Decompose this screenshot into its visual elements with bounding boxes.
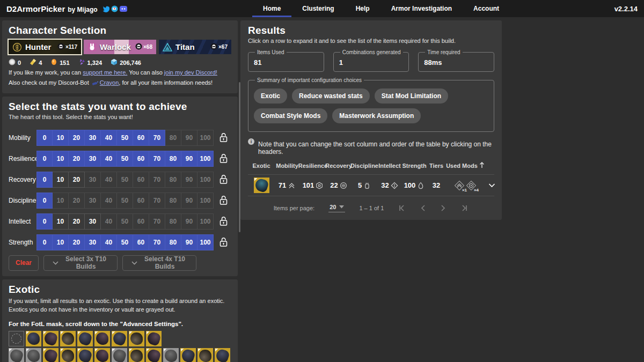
stat-value-button-70[interactable]: 70 bbox=[149, 213, 165, 230]
stat-value-button-50[interactable]: 50 bbox=[117, 172, 133, 188]
stat-value-button-30[interactable]: 30 bbox=[85, 151, 101, 167]
lock-open-icon[interactable] bbox=[219, 132, 228, 143]
last-page-button[interactable] bbox=[461, 205, 469, 211]
character-warlock-button[interactable]: Warlock×68 bbox=[84, 40, 156, 54]
tab-account[interactable]: Account bbox=[463, 0, 510, 17]
stat-value-button-50[interactable]: 50 bbox=[117, 193, 133, 209]
stat-value-button-0[interactable]: 0 bbox=[36, 213, 53, 230]
previous-page-button[interactable] bbox=[420, 205, 426, 211]
stat-value-button-20[interactable]: 20 bbox=[69, 172, 85, 188]
tab-clustering[interactable]: Clustering bbox=[291, 0, 345, 17]
exotic-helmet-icon[interactable] bbox=[94, 331, 110, 346]
stat-value-button-20[interactable]: 20 bbox=[69, 151, 85, 167]
support-me-link[interactable]: support me here. bbox=[83, 69, 127, 76]
stat-value-button-10[interactable]: 10 bbox=[53, 193, 69, 209]
stat-value-button-30[interactable]: 30 bbox=[85, 130, 101, 146]
left-scrollbar[interactable] bbox=[239, 82, 240, 232]
stat-value-button-60[interactable]: 60 bbox=[133, 193, 149, 209]
stat-value-button-0[interactable]: 0 bbox=[36, 172, 53, 188]
stat-value-button-70[interactable]: 70 bbox=[149, 151, 165, 167]
stat-value-button-60[interactable]: 60 bbox=[133, 213, 149, 230]
stat-value-button-60[interactable]: 60 bbox=[133, 130, 149, 146]
stat-value-button-50[interactable]: 50 bbox=[117, 213, 133, 230]
stat-value-button-80[interactable]: 80 bbox=[165, 213, 181, 230]
stat-value-button-10[interactable]: 10 bbox=[53, 213, 69, 230]
lock-open-icon[interactable] bbox=[219, 153, 228, 164]
stat-value-button-10[interactable]: 10 bbox=[53, 151, 69, 167]
stat-value-button-90[interactable]: 90 bbox=[181, 193, 197, 209]
stat-value-button-80[interactable]: 80 bbox=[165, 130, 181, 146]
stat-value-button-100[interactable]: 100 bbox=[197, 193, 214, 209]
column-header-resilience[interactable]: Resilience bbox=[299, 162, 326, 169]
expand-row-button[interactable] bbox=[485, 183, 499, 188]
stat-value-button-70[interactable]: 70 bbox=[149, 234, 165, 250]
stat-value-button-100[interactable]: 100 bbox=[197, 151, 214, 167]
column-header-recovery[interactable]: Recovery bbox=[326, 162, 351, 169]
stat-value-button-90[interactable]: 90 bbox=[181, 172, 197, 188]
stat-value-button-60[interactable]: 60 bbox=[133, 172, 149, 188]
stat-value-button-40[interactable]: 40 bbox=[101, 234, 117, 250]
exotic-none-option[interactable] bbox=[9, 331, 24, 346]
stat-value-button-10[interactable]: 10 bbox=[53, 234, 69, 250]
stat-value-button-20[interactable]: 20 bbox=[69, 234, 85, 250]
stat-value-button-0[interactable]: 0 bbox=[36, 151, 53, 167]
config-chip-masterwork-assumption[interactable]: Masterwork Assumption bbox=[332, 108, 421, 123]
stat-value-button-20[interactable]: 20 bbox=[69, 213, 85, 230]
config-chip-exotic[interactable]: Exotic bbox=[254, 88, 287, 104]
clear-button[interactable]: Clear bbox=[9, 255, 39, 271]
stat-value-button-30[interactable]: 30 bbox=[85, 193, 101, 209]
stat-value-button-40[interactable]: 40 bbox=[101, 151, 117, 167]
stat-value-button-10[interactable]: 10 bbox=[53, 130, 69, 146]
column-header-mobility[interactable]: Mobility bbox=[275, 162, 299, 169]
kofi-icon[interactable] bbox=[111, 5, 118, 12]
exotic-helmet-icon[interactable] bbox=[146, 331, 162, 346]
stat-value-button-90[interactable]: 90 bbox=[181, 213, 197, 230]
exotic-helmet-icon[interactable] bbox=[43, 331, 58, 346]
stat-value-button-80[interactable]: 80 bbox=[165, 193, 181, 209]
character-hunter-button[interactable]: Hunter×117 bbox=[9, 40, 81, 54]
exotic-helmet-icon[interactable] bbox=[112, 331, 127, 346]
exotic-gauntlets-icon[interactable] bbox=[77, 348, 93, 362]
exotic-helmet-icon[interactable] bbox=[77, 331, 93, 346]
column-header-used-mods[interactable]: Used Mods bbox=[445, 162, 485, 169]
stat-value-button-90[interactable]: 90 bbox=[181, 151, 197, 167]
stat-value-button-100[interactable]: 100 bbox=[197, 172, 214, 188]
exotic-gauntlets-icon[interactable] bbox=[43, 348, 58, 362]
config-chip-combat-style-mods[interactable]: Combat Style Mods bbox=[254, 108, 327, 123]
config-chip-stat-mod-limitation[interactable]: Stat Mod Limitation bbox=[375, 88, 448, 104]
stat-value-button-0[interactable]: 0 bbox=[36, 193, 53, 209]
exotic-gauntlets-icon[interactable] bbox=[146, 348, 162, 362]
discord-icon[interactable] bbox=[120, 5, 127, 12]
column-header-intellect[interactable]: Intellect bbox=[378, 162, 401, 169]
dev-discord-link[interactable]: join my dev Discord! bbox=[164, 69, 217, 76]
stat-value-button-80[interactable]: 80 bbox=[165, 234, 181, 250]
stat-value-button-10[interactable]: 10 bbox=[53, 172, 69, 188]
stat-value-button-40[interactable]: 40 bbox=[101, 193, 117, 209]
stat-value-button-100[interactable]: 100 bbox=[197, 130, 214, 146]
character-titan-button[interactable]: Titan×67 bbox=[159, 40, 231, 54]
twitter-icon[interactable] bbox=[103, 5, 109, 12]
exotic-helmet-icon[interactable] bbox=[129, 331, 144, 346]
stat-value-button-20[interactable]: 20 bbox=[69, 130, 85, 146]
lock-open-icon[interactable] bbox=[219, 174, 228, 184]
exotic-helmet-icon[interactable] bbox=[60, 331, 76, 346]
first-page-button[interactable] bbox=[398, 205, 405, 211]
stat-value-button-80[interactable]: 80 bbox=[165, 172, 181, 188]
stat-value-button-90[interactable]: 90 bbox=[181, 234, 197, 250]
stat-value-button-20[interactable]: 20 bbox=[69, 193, 85, 209]
tab-armor-investigation[interactable]: Armor Investigation bbox=[380, 0, 463, 17]
tab-home[interactable]: Home bbox=[252, 0, 291, 17]
exotic-gauntlets-icon[interactable] bbox=[9, 348, 24, 362]
select-4x-t10-button[interactable]: Select 4x T10 Builds bbox=[122, 255, 196, 271]
lock-open-icon[interactable] bbox=[219, 216, 228, 226]
stat-value-button-100[interactable]: 100 bbox=[197, 234, 214, 250]
result-row[interactable]: 711012253210032×1×4 bbox=[248, 174, 494, 196]
stat-value-button-30[interactable]: 30 bbox=[85, 172, 101, 188]
stat-value-button-90[interactable]: 90 bbox=[181, 130, 197, 146]
exotic-gauntlets-icon[interactable] bbox=[94, 348, 110, 362]
stat-value-button-70[interactable]: 70 bbox=[149, 130, 165, 146]
column-header-tiers[interactable]: Tiers bbox=[427, 162, 445, 169]
column-header-exotic[interactable]: Exotic bbox=[248, 162, 275, 169]
exotic-gauntlets-icon[interactable] bbox=[60, 348, 76, 362]
column-header-discipline[interactable]: Discipline bbox=[351, 162, 378, 169]
